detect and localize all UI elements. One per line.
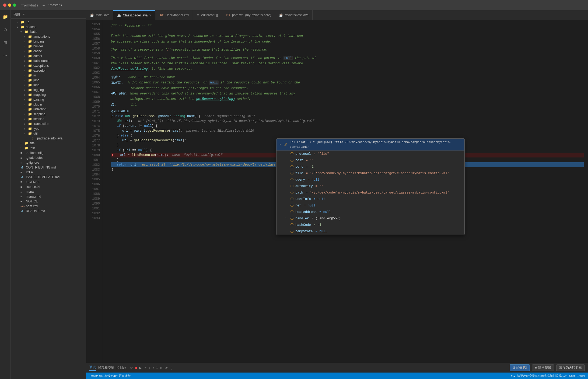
sidebar-item-t19[interactable]: ›📁reflection: [11, 107, 86, 112]
debug-field-authority[interactable]: ⓘauthority= "": [276, 183, 464, 190]
sidebar-item-t35[interactable]: ≡license.txt: [11, 184, 86, 189]
tree-arrow-t11[interactable]: ›: [24, 69, 28, 72]
tree-arrow-t14[interactable]: ›: [24, 84, 28, 87]
toolbar-icon-stop[interactable]: ■: [135, 366, 137, 370]
sidebar-item-t11[interactable]: ›📁executor: [11, 68, 86, 73]
sidebar-item-t20[interactable]: ›📁scripting: [11, 112, 86, 117]
tree-arrow-t21[interactable]: ›: [24, 118, 28, 121]
tree-arrow-t5[interactable]: ›: [24, 40, 28, 43]
tree-arrow-t3[interactable]: ▾: [20, 30, 24, 33]
debug-expand-arrow[interactable]: ▾: [279, 142, 281, 147]
sidebar-item-t25[interactable]: Jpackage-info.java: [11, 136, 86, 141]
sidebar-item-t18[interactable]: ›📁plugin: [11, 102, 86, 107]
sidebar-item-t17[interactable]: ›📁parsing: [11, 97, 86, 102]
sidebar-item-t40[interactable]: MREADME.md: [11, 209, 86, 213]
sidebar-item-t37[interactable]: ≡mvnw.cmd: [11, 194, 86, 199]
sidebar-item-t24[interactable]: ›📁util: [11, 131, 86, 136]
sidebar-item-t31[interactable]: MCONTRIBUTING.md: [11, 165, 86, 170]
tree-arrow-t22[interactable]: ›: [24, 122, 28, 125]
sidebar-item-t8[interactable]: ›📁cursor: [11, 54, 86, 58]
debug-field-ref[interactable]: ⓘref= null: [276, 202, 464, 209]
sidebar-item-t15[interactable]: ›📁logging: [11, 87, 86, 92]
sidebar-item-t14[interactable]: ›📁lang: [11, 83, 86, 87]
more-icon-btn[interactable]: ···: [1, 51, 10, 60]
toolbar-icon-stepover[interactable]: ↷: [144, 366, 146, 370]
sidebar-item-t5[interactable]: ›📁binding: [11, 39, 86, 44]
sidebar-dropdown-chevron[interactable]: ▾: [23, 13, 25, 16]
sidebar-item-t38[interactable]: ≡NOTICE: [11, 199, 86, 204]
sidebar-item-t7[interactable]: ›📁cache: [11, 49, 86, 54]
sidebar-item-t3[interactable]: ▾📁ibatis: [11, 29, 86, 34]
sidebar-item-t32[interactable]: ≡ICLA: [11, 170, 86, 175]
add-watch-button[interactable]: 添加为内联监视: [556, 364, 585, 371]
tab-tab6[interactable]: ☕MybatisTest.java: [275, 10, 313, 20]
sidebar-item-t28[interactable]: ≡.editorconfig: [11, 150, 86, 155]
tree-arrow-t16[interactable]: ›: [24, 93, 28, 96]
sidebar-item-t39[interactable]: </>pom.xml: [11, 204, 86, 209]
debug-field-file[interactable]: ⓘfile= "/E:/dev/code/my-mybatis/mybatis-…: [276, 170, 464, 177]
debug-field-handler[interactable]: ›ⓘhandler= {Handler@557}: [276, 215, 464, 222]
debug-tooltip-header-row[interactable]: ▾ ⓘ url (slot_2) = {URL@550} "file:/E:/d…: [276, 139, 464, 151]
tree-arrow-t6[interactable]: ›: [24, 45, 28, 48]
sidebar-item-t12[interactable]: ›📁io: [11, 73, 86, 78]
tree-arrow-t27[interactable]: ›: [20, 147, 24, 150]
sidebar-item-t26[interactable]: ›📁site: [11, 141, 86, 146]
debug-field-protocol[interactable]: ›ⓘprotocol= "file": [276, 151, 464, 157]
debug-field-userInfo[interactable]: ⓘuserInfo= null: [276, 196, 464, 202]
tab-tab5[interactable]: </>pom.xml (my-mybatis-core): [222, 10, 275, 20]
create-renderer-button[interactable]: 创建呈现器: [532, 364, 554, 371]
sidebar-item-t33[interactable]: MISSUE_TEMPLATE.md: [11, 175, 86, 180]
code-editor[interactable]: /** -- Resource -- ** Finds the resource…: [107, 20, 588, 363]
tab-tab1[interactable]: ☕Main.java: [86, 10, 113, 20]
debug-tab[interactable]: 调试: [89, 365, 96, 371]
sidebar-item-t36[interactable]: ≡mvnw: [11, 189, 86, 194]
sidebar-item-t4[interactable]: ›📁annotations: [11, 34, 86, 39]
tree-arrow-t10[interactable]: ›: [24, 64, 28, 67]
sidebar-item-t9[interactable]: ›📁datasource: [11, 58, 86, 63]
sidebar-item-t27[interactable]: ›📁test: [11, 146, 86, 150]
tree-arrow-t15[interactable]: ›: [24, 89, 28, 92]
sidebar-item-t1[interactable]: ›📁..g: [11, 20, 86, 24]
debug-field-tempState[interactable]: ⓘtempState= null: [276, 228, 464, 235]
toolbar-icon-restart[interactable]: ⟳: [130, 366, 133, 370]
sidebar-item-t21[interactable]: ›📁session: [11, 117, 86, 121]
sidebar-item-t10[interactable]: ›📁exceptions: [11, 63, 86, 68]
toolbar-icon-resume[interactable]: ▶: [139, 366, 142, 370]
debug-field-host[interactable]: ⓘhost= "": [276, 157, 464, 164]
tree-arrow-t1[interactable]: ›: [17, 21, 20, 24]
folder-icon-btn[interactable]: 📁: [1, 12, 10, 21]
maximize-button[interactable]: [13, 3, 16, 7]
sidebar-item-t22[interactable]: ›📁transaction: [11, 121, 86, 126]
debug-field-port[interactable]: ⓘport= -1: [276, 164, 464, 170]
sidebar-item-t13[interactable]: ›📁jdbc: [11, 78, 86, 83]
tree-arrow-t9[interactable]: ›: [24, 59, 28, 62]
tree-arrow-t4[interactable]: ›: [24, 35, 28, 38]
tree-arrow-t17[interactable]: ›: [24, 98, 28, 101]
toolbar-icon-more[interactable]: ⋮: [170, 366, 173, 370]
close-button[interactable]: [3, 3, 6, 7]
set-value-button[interactable]: 设置值 F2: [510, 364, 530, 371]
toolbar-icon-evaluate[interactable]: ⊕: [160, 366, 163, 370]
toolbar-icon-run[interactable]: ⤵: [156, 366, 158, 370]
debug-field-hashCode[interactable]: ⓘhashCode= -1: [276, 222, 464, 228]
tree-arrow-t19[interactable]: ›: [24, 108, 28, 111]
tree-arrow-t23[interactable]: ›: [24, 127, 28, 130]
toolbar-icon-stepout[interactable]: ↑: [152, 366, 154, 370]
sidebar-item-t2[interactable]: ▾📁apache: [11, 24, 86, 29]
sidebar-item-t30[interactable]: ≡.gitignore: [11, 160, 86, 165]
tree-arrow-t18[interactable]: ›: [24, 103, 28, 106]
toolbar-icon-watch[interactable]: 👁: [165, 366, 168, 370]
sidebar-item-t23[interactable]: ›📁type: [11, 126, 86, 131]
tree-arrow-t8[interactable]: ›: [24, 55, 28, 58]
debug-field-path[interactable]: ⓘpath= "/E:/dev/code/my-mybatis/mybatis-…: [276, 190, 464, 196]
tab-close-tab2[interactable]: ✕: [149, 14, 151, 17]
tree-arrow-t7[interactable]: ›: [24, 50, 28, 53]
search-icon-btn[interactable]: ⊙: [1, 25, 10, 34]
debug-field-arrow-protocol[interactable]: ›: [285, 152, 288, 156]
tree-arrow-t26[interactable]: ›: [20, 142, 24, 145]
tree-arrow-t2[interactable]: ▾: [17, 26, 20, 29]
console-tab[interactable]: 控制台: [116, 366, 126, 370]
sidebar-item-t16[interactable]: ›📁mapping: [11, 92, 86, 97]
tree-arrow-t20[interactable]: ›: [24, 113, 28, 116]
tree-arrow-t13[interactable]: ›: [24, 79, 28, 82]
